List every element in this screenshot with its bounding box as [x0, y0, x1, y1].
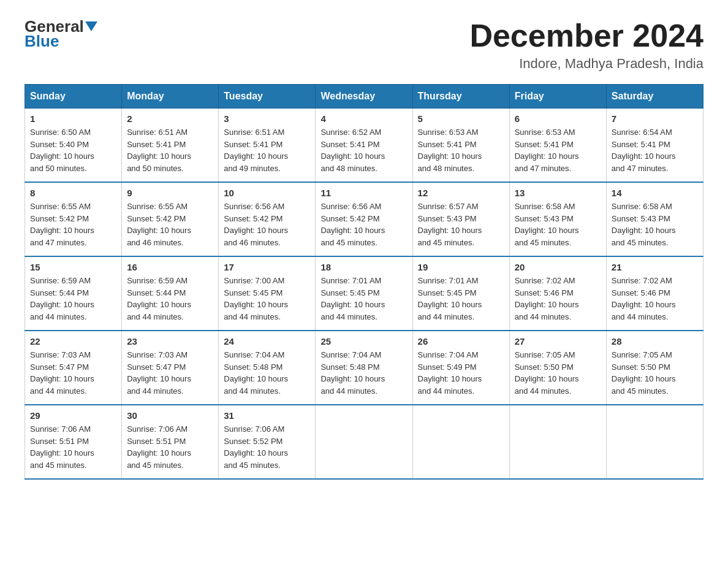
location-title: Indore, Madhya Pradesh, India [469, 56, 703, 72]
header-friday: Friday [509, 85, 606, 109]
day-number: 28 [612, 336, 698, 347]
day-info: Sunrise: 7:03 AMSunset: 5:47 PMDaylight:… [127, 349, 213, 397]
day-number: 21 [612, 262, 698, 272]
calendar-cell: 10Sunrise: 6:56 AMSunset: 5:42 PMDayligh… [219, 182, 316, 256]
calendar-cell: 31Sunrise: 7:06 AMSunset: 5:52 PMDayligh… [219, 405, 316, 479]
calendar-cell: 9Sunrise: 6:55 AMSunset: 5:42 PMDaylight… [122, 182, 219, 256]
calendar-cell: 17Sunrise: 7:00 AMSunset: 5:45 PMDayligh… [219, 256, 316, 331]
day-info: Sunrise: 6:54 AMSunset: 5:41 PMDaylight:… [612, 126, 698, 174]
day-info: Sunrise: 7:06 AMSunset: 5:52 PMDaylight:… [224, 423, 310, 471]
day-number: 7 [612, 113, 698, 124]
day-number: 17 [224, 262, 310, 272]
calendar-cell: 14Sunrise: 6:58 AMSunset: 5:43 PMDayligh… [606, 182, 703, 256]
day-info: Sunrise: 6:51 AMSunset: 5:41 PMDaylight:… [127, 126, 213, 174]
calendar-cell: 26Sunrise: 7:04 AMSunset: 5:49 PMDayligh… [412, 331, 509, 405]
day-info: Sunrise: 7:03 AMSunset: 5:47 PMDaylight:… [30, 349, 116, 397]
logo-triangle-icon [85, 21, 97, 31]
day-info: Sunrise: 7:06 AMSunset: 5:51 PMDaylight:… [127, 423, 213, 471]
calendar-cell: 22Sunrise: 7:03 AMSunset: 5:47 PMDayligh… [25, 331, 122, 405]
day-number: 16 [127, 262, 213, 272]
calendar-row: 1Sunrise: 6:50 AMSunset: 5:40 PMDaylight… [25, 109, 703, 183]
day-number: 10 [224, 188, 310, 198]
day-info: Sunrise: 6:53 AMSunset: 5:41 PMDaylight:… [418, 126, 504, 174]
day-info: Sunrise: 7:04 AMSunset: 5:48 PMDaylight:… [320, 349, 407, 397]
calendar-cell: 25Sunrise: 7:04 AMSunset: 5:48 PMDayligh… [316, 331, 412, 405]
header-tuesday: Tuesday [219, 85, 316, 109]
day-info: Sunrise: 7:04 AMSunset: 5:49 PMDaylight:… [418, 349, 504, 397]
calendar-cell: 28Sunrise: 7:05 AMSunset: 5:50 PMDayligh… [606, 331, 703, 405]
calendar-cell: 27Sunrise: 7:05 AMSunset: 5:50 PMDayligh… [509, 331, 606, 405]
day-number: 13 [515, 188, 601, 198]
calendar-cell: 5Sunrise: 6:53 AMSunset: 5:41 PMDaylight… [412, 109, 509, 183]
calendar-row: 22Sunrise: 7:03 AMSunset: 5:47 PMDayligh… [25, 331, 703, 405]
day-number: 23 [127, 336, 213, 347]
calendar-cell [316, 405, 412, 479]
header-wednesday: Wednesday [316, 85, 412, 109]
day-number: 14 [612, 188, 698, 198]
day-number: 8 [30, 188, 116, 198]
day-info: Sunrise: 6:59 AMSunset: 5:44 PMDaylight:… [30, 275, 116, 323]
calendar-cell [606, 405, 703, 479]
day-info: Sunrise: 6:50 AMSunset: 5:40 PMDaylight:… [30, 126, 116, 174]
calendar-cell: 23Sunrise: 7:03 AMSunset: 5:47 PMDayligh… [122, 331, 219, 405]
day-info: Sunrise: 7:02 AMSunset: 5:46 PMDaylight:… [515, 275, 601, 323]
day-info: Sunrise: 6:56 AMSunset: 5:42 PMDaylight:… [320, 201, 407, 248]
calendar-row: 29Sunrise: 7:06 AMSunset: 5:51 PMDayligh… [25, 405, 703, 479]
day-info: Sunrise: 6:52 AMSunset: 5:41 PMDaylight:… [320, 126, 407, 174]
day-number: 4 [320, 113, 407, 124]
day-info: Sunrise: 6:55 AMSunset: 5:42 PMDaylight:… [30, 201, 116, 248]
calendar-cell [509, 405, 606, 479]
day-number: 20 [515, 262, 601, 272]
calendar-header: SundayMondayTuesdayWednesdayThursdayFrid… [25, 85, 703, 109]
calendar-cell: 29Sunrise: 7:06 AMSunset: 5:51 PMDayligh… [25, 405, 122, 479]
header-monday: Monday [122, 85, 219, 109]
day-number: 2 [127, 113, 213, 124]
day-number: 9 [127, 188, 213, 198]
calendar-row: 8Sunrise: 6:55 AMSunset: 5:42 PMDaylight… [25, 182, 703, 256]
day-number: 31 [224, 410, 310, 421]
header-sunday: Sunday [25, 85, 122, 109]
calendar-cell: 13Sunrise: 6:58 AMSunset: 5:43 PMDayligh… [509, 182, 606, 256]
day-number: 11 [320, 188, 407, 198]
logo-blue: Blue [25, 32, 59, 51]
calendar-cell: 20Sunrise: 7:02 AMSunset: 5:46 PMDayligh… [509, 256, 606, 331]
calendar-cell: 12Sunrise: 6:57 AMSunset: 5:43 PMDayligh… [412, 182, 509, 256]
day-number: 29 [30, 410, 116, 421]
calendar-cell: 7Sunrise: 6:54 AMSunset: 5:41 PMDaylight… [606, 109, 703, 183]
day-number: 24 [224, 336, 310, 347]
calendar-cell: 19Sunrise: 7:01 AMSunset: 5:45 PMDayligh… [412, 256, 509, 331]
day-info: Sunrise: 7:04 AMSunset: 5:48 PMDaylight:… [224, 349, 310, 397]
day-number: 12 [418, 188, 504, 198]
header-saturday: Saturday [606, 85, 703, 109]
day-number: 25 [320, 336, 407, 347]
calendar-cell: 2Sunrise: 6:51 AMSunset: 5:41 PMDaylight… [122, 109, 219, 183]
day-number: 30 [127, 410, 213, 421]
day-number: 3 [224, 113, 310, 124]
day-number: 22 [30, 336, 116, 347]
day-number: 27 [515, 336, 601, 347]
page-header: General Blue December 2024 Indore, Madhy… [25, 18, 703, 72]
day-number: 15 [30, 262, 116, 272]
header-thursday: Thursday [412, 85, 509, 109]
calendar-cell: 16Sunrise: 6:59 AMSunset: 5:44 PMDayligh… [122, 256, 219, 331]
calendar-cell: 3Sunrise: 6:51 AMSunset: 5:41 PMDaylight… [219, 109, 316, 183]
day-info: Sunrise: 6:58 AMSunset: 5:43 PMDaylight:… [612, 201, 698, 248]
day-number: 26 [418, 336, 504, 347]
calendar-body: 1Sunrise: 6:50 AMSunset: 5:40 PMDaylight… [25, 109, 703, 480]
day-info: Sunrise: 6:58 AMSunset: 5:43 PMDaylight:… [515, 201, 601, 248]
day-info: Sunrise: 6:56 AMSunset: 5:42 PMDaylight:… [224, 201, 310, 248]
calendar-cell: 21Sunrise: 7:02 AMSunset: 5:46 PMDayligh… [606, 256, 703, 331]
day-info: Sunrise: 7:06 AMSunset: 5:51 PMDaylight:… [30, 423, 116, 471]
calendar-table: SundayMondayTuesdayWednesdayThursdayFrid… [25, 84, 703, 480]
calendar-cell: 11Sunrise: 6:56 AMSunset: 5:42 PMDayligh… [316, 182, 412, 256]
day-number: 5 [418, 113, 504, 124]
calendar-cell: 15Sunrise: 6:59 AMSunset: 5:44 PMDayligh… [25, 256, 122, 331]
day-info: Sunrise: 7:01 AMSunset: 5:45 PMDaylight:… [320, 275, 407, 323]
month-title: December 2024 [469, 18, 703, 53]
calendar-cell: 18Sunrise: 7:01 AMSunset: 5:45 PMDayligh… [316, 256, 412, 331]
day-info: Sunrise: 6:57 AMSunset: 5:43 PMDaylight:… [418, 201, 504, 248]
logo: General Blue [25, 18, 97, 51]
day-info: Sunrise: 7:01 AMSunset: 5:45 PMDaylight:… [418, 275, 504, 323]
calendar-cell: 1Sunrise: 6:50 AMSunset: 5:40 PMDaylight… [25, 109, 122, 183]
day-info: Sunrise: 7:02 AMSunset: 5:46 PMDaylight:… [612, 275, 698, 323]
